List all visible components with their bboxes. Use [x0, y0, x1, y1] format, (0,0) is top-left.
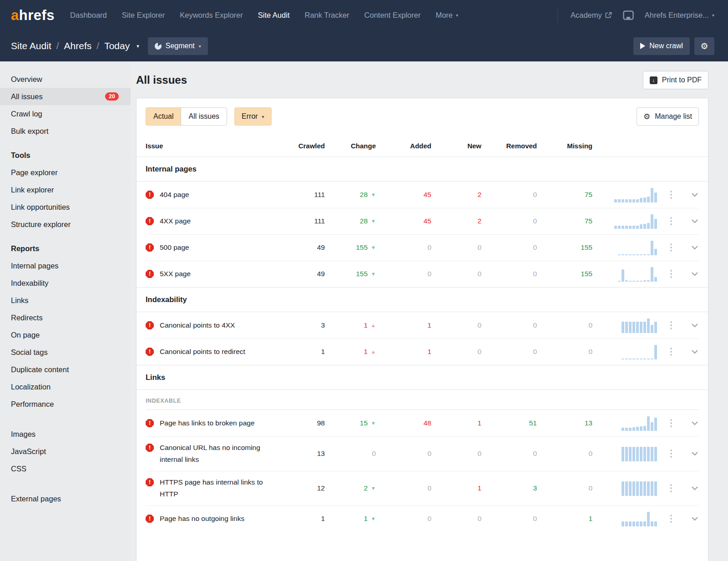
manage-list-label: Manage list	[655, 112, 692, 121]
issue-name[interactable]: !5XX page	[146, 268, 285, 280]
sidebar-item-css[interactable]: CSS	[0, 460, 131, 477]
breadcrumb-today[interactable]: Today	[104, 40, 130, 51]
print-to-pdf-label: Print to PDF	[662, 76, 702, 84]
expand-row-button[interactable]	[691, 270, 699, 278]
nav-item-content-explorer[interactable]: Content Explorer	[364, 11, 421, 20]
issue-name[interactable]: !404 page	[146, 189, 285, 201]
play-icon	[640, 43, 645, 49]
issue-name[interactable]: !HTTPS page has internal links to HTTP	[146, 476, 285, 500]
expand-row-button[interactable]	[691, 348, 699, 356]
sparkline-cell	[592, 240, 661, 255]
sidebar-item-javascript[interactable]: JavaScript	[0, 443, 131, 460]
sidebar-item-overview[interactable]: Overview	[0, 71, 131, 88]
expand-row-button[interactable]	[691, 515, 699, 523]
sidebar-item-duplicate-content[interactable]: Duplicate content	[0, 361, 131, 378]
sidebar-item-structure-explorer[interactable]: Structure explorer	[0, 216, 131, 233]
expand-row-button[interactable]	[691, 485, 699, 492]
issue-name[interactable]: !Canonical points to 4XX	[146, 319, 285, 331]
sub-nav: Site Audit/Ahrefs/Today▾ Segment ▾ New c…	[0, 30, 728, 61]
issue-row-4xx-page: !4XX page11128▼452075	[136, 208, 708, 234]
row-menu-button[interactable]	[668, 319, 674, 331]
nav-item-rank-tracker[interactable]: Rank Tracker	[304, 11, 349, 20]
change-number: 28	[360, 217, 368, 225]
nav-right: Academy Ahrefs Enterprise... ▾	[557, 9, 714, 22]
sidebar-item-crawl-log[interactable]: Crawl log	[0, 105, 131, 122]
row-menu-button[interactable]	[668, 268, 674, 280]
sidebar-item-links[interactable]: Links	[0, 292, 131, 309]
segment-button[interactable]: Segment ▾	[148, 37, 208, 55]
crawled-value: 13	[285, 450, 325, 458]
expand-row-button[interactable]	[691, 217, 699, 225]
sidebar-item-link-explorer[interactable]: Link explorer	[0, 181, 131, 198]
row-menu-button[interactable]	[668, 242, 674, 253]
nav-item-keywords-explorer[interactable]: Keywords Explorer	[180, 11, 243, 20]
crawled-value: 111	[285, 217, 325, 225]
nav-item-label: Rank Tracker	[304, 11, 349, 20]
issue-name[interactable]: !Page has links to broken page	[146, 417, 285, 429]
sidebar-item-page-explorer[interactable]: Page explorer	[0, 164, 131, 181]
nav-item-more[interactable]: More▾	[435, 11, 458, 20]
sidebar-item-link-opportunities[interactable]: Link opportunities	[0, 198, 131, 216]
row-menu-button[interactable]	[668, 417, 674, 429]
row-menu-button[interactable]	[668, 513, 674, 525]
sidebar-item-external-pages[interactable]: External pages	[0, 490, 131, 507]
expand-row-button[interactable]	[691, 244, 699, 252]
account-menu[interactable]: Ahrefs Enterprise... ▾	[645, 11, 714, 20]
date-dropdown-caret-icon[interactable]: ▾	[136, 43, 139, 49]
trend-sparkline	[614, 187, 657, 202]
column-header-added: Added	[376, 142, 431, 150]
view-toggle: Actual All issues	[146, 107, 227, 126]
sidebar-item-localization[interactable]: Localization	[0, 378, 131, 395]
issue-name[interactable]: !4XX page	[146, 215, 285, 227]
layout: OverviewAll issues20Crawl logBulk export…	[0, 61, 728, 561]
row-menu-button[interactable]	[668, 482, 674, 494]
sidebar-item-social-tags[interactable]: Social tags	[0, 344, 131, 361]
expand-row-button[interactable]	[691, 450, 699, 458]
print-to-pdf-button[interactable]: ↓ Print to PDF	[643, 71, 708, 89]
toggle-actual[interactable]: Actual	[146, 107, 181, 126]
sidebar-item-bulk-export[interactable]: Bulk export	[0, 122, 131, 140]
row-menu-button[interactable]	[668, 215, 674, 227]
breadcrumb-ahrefs[interactable]: Ahrefs	[64, 40, 92, 51]
new-crawl-button[interactable]: New crawl	[633, 37, 690, 55]
sidebar-item-redirects[interactable]: Redirects	[0, 309, 131, 326]
issue-name[interactable]: !Canonical points to redirect	[146, 346, 285, 358]
sidebar-item-on-page[interactable]: On page	[0, 326, 131, 344]
workspace-icon[interactable]	[623, 10, 634, 20]
chevron-cell	[682, 515, 699, 523]
change-value: 15▼	[325, 419, 376, 427]
issue-name[interactable]: !500 page	[146, 242, 285, 253]
error-filter-dropdown[interactable]: Error ▾	[234, 107, 272, 126]
row-menu-button[interactable]	[668, 346, 674, 358]
sidebar-item-performance[interactable]: Performance	[0, 395, 131, 413]
sidebar-item-internal-pages[interactable]: Internal pages	[0, 257, 131, 274]
ahrefs-logo[interactable]: ahrefs	[11, 7, 55, 24]
issue-name[interactable]: !Page has no outgoing links	[146, 513, 285, 525]
expand-row-button[interactable]	[691, 191, 699, 199]
change-value: 155▼	[325, 270, 376, 278]
toggle-all-issues[interactable]: All issues	[181, 107, 227, 126]
sidebar-item-label: Internal pages	[11, 262, 59, 270]
expand-row-button[interactable]	[691, 419, 699, 427]
settings-button[interactable]: ⚙	[694, 37, 714, 55]
error-filter-label: Error	[242, 112, 258, 121]
row-menu-button[interactable]	[668, 189, 674, 201]
top-nav: ahrefs DashboardSite ExplorerKeywords Ex…	[0, 0, 728, 30]
column-header-removed: Removed	[481, 142, 537, 150]
nav-item-site-audit[interactable]: Site Audit	[258, 11, 290, 20]
new-value: 0	[431, 515, 481, 523]
sidebar-item-indexability[interactable]: Indexability	[0, 274, 131, 292]
sidebar-item-images[interactable]: Images	[0, 425, 131, 443]
row-menu-button[interactable]	[668, 448, 674, 460]
chevron-cell	[682, 244, 699, 252]
nav-item-dashboard[interactable]: Dashboard	[70, 11, 107, 20]
removed-value: 0	[481, 450, 537, 458]
sidebar-item-all-issues[interactable]: All issues20	[0, 88, 131, 105]
issue-name[interactable]: !Canonical URL has no incoming internal …	[146, 442, 285, 465]
issue-row-canonical-url-has-no-incoming-internal-links: !Canonical URL has no incoming internal …	[136, 436, 708, 471]
manage-list-button[interactable]: ⚙ Manage list	[637, 107, 699, 126]
expand-row-button[interactable]	[691, 322, 699, 329]
breadcrumb-site-audit[interactable]: Site Audit	[11, 40, 51, 51]
nav-item-academy[interactable]: Academy	[571, 11, 612, 20]
nav-item-site-explorer[interactable]: Site Explorer	[122, 11, 165, 20]
